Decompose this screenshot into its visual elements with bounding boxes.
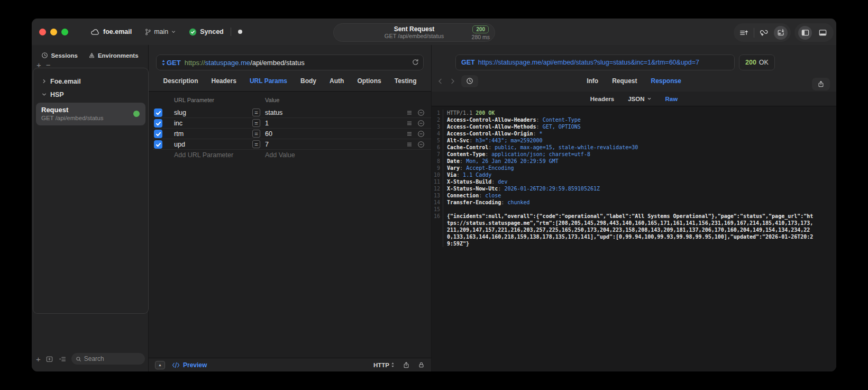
response-header-line: 4 Access-Control-Allow-Origin: * (432, 130, 836, 137)
param-value-field[interactable]: status (265, 109, 282, 116)
remove-param-icon[interactable] (417, 109, 425, 116)
sync-status[interactable]: Synced (189, 28, 223, 36)
tab[interactable]: Testing (395, 77, 417, 85)
branch-switcher[interactable]: main (144, 28, 176, 36)
tab[interactable]: Body (300, 77, 316, 85)
tab[interactable]: Auth (330, 77, 344, 85)
tab-environments[interactable]: Environments (88, 52, 139, 59)
param-value-field[interactable]: 60 (265, 130, 272, 138)
url-bar[interactable]: GET https://statuspage.me/api/embed/stat… (156, 55, 424, 70)
history-button[interactable] (461, 75, 478, 87)
request-status-pill[interactable]: Sent Request GET /api/embed/status 200 2… (333, 23, 495, 42)
row-options-icon[interactable] (406, 141, 413, 148)
list-style-icon (58, 355, 67, 363)
sidebar-group-hsp[interactable]: HSP (33, 88, 148, 101)
param-value-field[interactable]: 7 (265, 141, 269, 148)
add-value-field[interactable]: Add Value (265, 151, 295, 159)
sidebar-search[interactable] (71, 353, 145, 365)
tab[interactable]: Description (163, 77, 198, 85)
lock-button[interactable] (418, 361, 425, 369)
param-enabled-checkbox[interactable] (154, 119, 162, 128)
method-selector[interactable]: GET (161, 59, 181, 67)
chevron-right-icon (42, 79, 47, 84)
updown-arrows-icon (161, 59, 166, 66)
tab[interactable]: Response (651, 77, 681, 85)
project-switcher[interactable]: foe.email (90, 28, 132, 35)
format-export-button[interactable] (737, 26, 751, 40)
session-tree-panel: Foe.email HSP Request GET /api/embed/sta… (33, 68, 149, 314)
row-options-icon[interactable] (406, 131, 413, 137)
environments-icon (88, 52, 95, 59)
add-url-parameter-field[interactable]: Add URL Parameter (174, 151, 233, 159)
line-number: 2 (432, 116, 443, 123)
unsaved-indicator-dot (238, 30, 242, 34)
toggle-left-sidebar-button[interactable] (798, 26, 812, 40)
subtab-json[interactable]: JSON (628, 96, 651, 102)
equals-icon: = (252, 140, 260, 148)
request-panel-header: GET https://statuspage.me/api/embed/stat… (149, 45, 431, 92)
param-enabled-checkbox[interactable] (154, 140, 162, 149)
fullscreen-window-button[interactable] (61, 29, 68, 35)
minimize-window-button[interactable] (50, 29, 57, 35)
url-path: /api/embed/status (250, 59, 305, 67)
remove-param-icon[interactable] (417, 141, 425, 148)
remove-session-button[interactable]: − (46, 61, 51, 69)
param-name-field[interactable]: upd (174, 141, 185, 148)
check-icon (156, 142, 161, 148)
tab[interactable]: Headers (212, 77, 236, 85)
sidebar-group-foe-email[interactable]: Foe.email (33, 75, 148, 88)
toggle-bottom-panel-button[interactable] (816, 26, 830, 40)
close-window-button[interactable] (39, 29, 46, 35)
lock-icon (418, 361, 425, 369)
sessions-clock-icon (41, 52, 48, 59)
clock-icon (466, 77, 473, 85)
subtab-raw[interactable]: Raw (665, 96, 678, 102)
response-header-line: 9 Vary: Accept-Encoding (432, 165, 836, 171)
param-name-field[interactable]: inc (174, 120, 182, 127)
line-number: 4 (432, 130, 443, 137)
tab[interactable]: Options (357, 77, 381, 85)
method-label: GET (167, 59, 181, 67)
equals-icon: = (252, 119, 260, 127)
http-version-selector[interactable]: HTTP (373, 362, 395, 368)
sent-request-url[interactable]: GEThttps://statuspage.me/api/embed/statu… (455, 55, 735, 70)
search-input[interactable] (84, 355, 141, 362)
tab-environments-label: Environments (98, 52, 139, 59)
param-name-field[interactable]: slug (174, 109, 186, 116)
param-enabled-checkbox[interactable] (154, 108, 162, 117)
console-toggle-button[interactable]: ▲ (155, 361, 165, 369)
remove-param-icon[interactable] (417, 130, 425, 138)
loop-down-arrow-icon (759, 28, 769, 38)
tab[interactable]: URL Params (250, 77, 287, 85)
sidebar-item-request[interactable]: Request GET /api/embed/status (36, 103, 145, 125)
tab-sessions[interactable]: Sessions (41, 52, 78, 59)
remove-param-icon[interactable] (417, 120, 425, 127)
new-group-button[interactable] (45, 355, 53, 363)
send-receive-button[interactable] (774, 26, 788, 40)
list-style-button[interactable] (58, 355, 67, 363)
response-raw-view[interactable]: 1 HTTP/1.1 200 OK 2 Access-Control-Allow… (432, 106, 836, 371)
request-status-text: Sent Request GET /api/embed/status (334, 24, 495, 41)
export-request-button[interactable] (403, 361, 410, 369)
app-window: foe.email main Synced Sent Request GET /… (32, 19, 836, 371)
project-name: foe.email (103, 28, 132, 35)
row-options-icon[interactable] (406, 110, 413, 116)
share-response-button[interactable] (812, 78, 830, 90)
param-name-field[interactable]: rtm (174, 130, 184, 138)
add-session-button[interactable]: + (36, 61, 41, 69)
add-request-button[interactable]: + (36, 355, 41, 364)
share-icon (403, 361, 410, 369)
row-options-icon[interactable] (406, 120, 413, 126)
history-back-button[interactable] (437, 78, 444, 85)
sync-branch-button[interactable] (757, 26, 771, 40)
subtab-headers[interactable]: Headers (590, 96, 614, 102)
preview-button[interactable]: Preview (172, 361, 207, 369)
resend-request-button[interactable] (412, 58, 419, 66)
tab[interactable]: Request (612, 77, 637, 85)
param-enabled-checkbox[interactable] (154, 130, 162, 138)
param-value-field[interactable]: 1 (265, 120, 269, 127)
param-rows: slug = status inc = 1 rtm = 60 (149, 107, 431, 150)
tab[interactable]: Info (587, 77, 598, 85)
toolbar-separator (754, 28, 754, 38)
history-forward-button[interactable] (449, 78, 456, 85)
